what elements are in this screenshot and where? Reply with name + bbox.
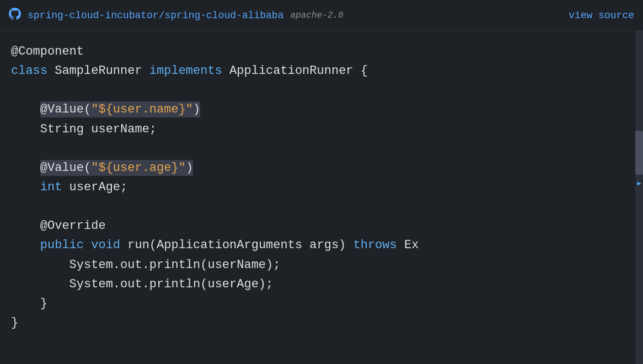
code-line-14: } [11,294,643,313]
keyword-void: void [91,238,120,252]
keyword-class: class [11,64,47,78]
view-source-button[interactable]: view source [569,10,634,21]
annotation-value-name: @Value("${user.name}") [40,101,200,117]
code-line-2: class SampleRunner implements Applicatio… [11,61,643,81]
empty-line-2 [11,139,643,158]
scrollbar-thumb[interactable] [635,131,643,175]
code-line-5: String userName; [11,120,643,139]
annotation-component: @Component [11,45,84,58]
github-icon [9,8,21,23]
repo-link[interactable]: spring-cloud-incubator/spring-cloud-alib… [28,10,283,21]
keyword-int: int [40,180,62,194]
keyword-public: public [40,238,84,252]
scrollbar[interactable]: ▶ [635,31,643,364]
license-badge: apache-2.0 [290,10,343,20]
annotation-value-age: @Value("${user.age}") [40,160,193,176]
annotation-override: @Override [40,219,106,233]
empty-line-1 [11,81,643,100]
code-line-4: @Value("${user.name}") [11,100,643,119]
code-line-15: } [11,313,643,333]
code-line-1: @Component [11,42,643,61]
string-user-name: "${user.name}" [91,103,193,116]
scrollbar-arrow-icon[interactable]: ▶ [636,181,642,186]
code-line-13: System.out.println(userAge); [11,275,643,294]
empty-line-3 [11,197,643,216]
string-user-age: "${user.age}" [91,161,186,175]
keyword-throws: throws [353,238,397,252]
code-container: @Component class SampleRunner implements… [0,31,643,364]
code-line-8: int userAge; [11,178,643,197]
app-container: spring-cloud-incubator/spring-cloud-alib… [0,0,643,364]
code-line-12: System.out.println(userName); [11,255,643,275]
header-bar: spring-cloud-incubator/spring-cloud-alib… [0,0,643,31]
code-line-7: @Value("${user.age}") [11,158,643,178]
keyword-implements: implements [149,64,222,78]
code-line-10: @Override [11,216,643,235]
code-line-11: public void run(ApplicationArguments arg… [11,235,643,255]
